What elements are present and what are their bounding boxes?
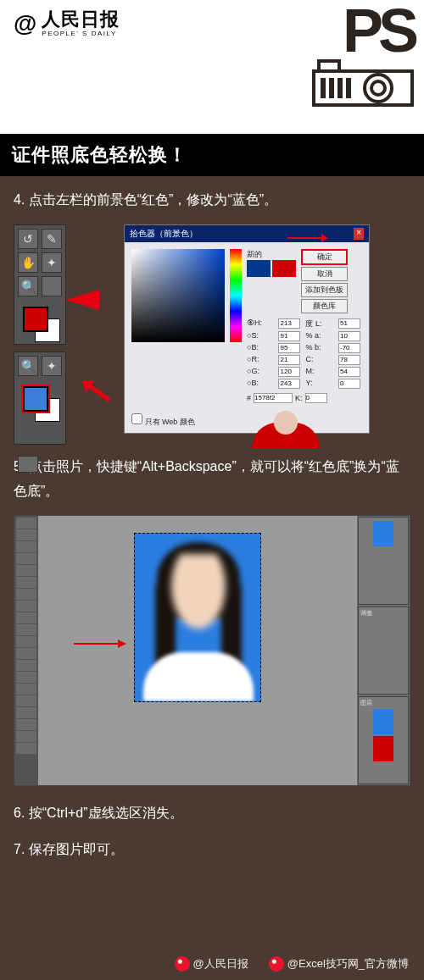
- tool-icon: ✋: [18, 252, 38, 273]
- val-bl: [278, 379, 300, 389]
- picker-title: 拾色器（前景色）: [130, 228, 198, 240]
- credit-text: @人民日报: [193, 956, 248, 972]
- val-c: [338, 355, 360, 365]
- id-photo-blue: [134, 533, 261, 702]
- tool-icon: [16, 612, 36, 623]
- tool-icon: [16, 636, 36, 647]
- tool-icon: [16, 518, 36, 529]
- ps-right-panels: 调整 图层: [357, 516, 410, 785]
- tool-icon: [16, 731, 36, 742]
- color-picker-dialog: 拾色器（前景色） × 新的: [124, 224, 370, 434]
- tool-icon: 🔍: [18, 356, 38, 376]
- red-arrow-icon: [287, 237, 321, 239]
- val-r: [278, 355, 300, 365]
- tool-icon: [16, 719, 36, 730]
- step-4-illustration: ↺ ✎ ✋ ✦ 🔍 🔍 ✦: [14, 224, 410, 445]
- tool-icon: [16, 553, 36, 564]
- title-bar: 证件照底色轻松换！: [0, 134, 424, 176]
- step-6-text: 6. 按“Ctrl+d”虚线选区消失。: [14, 801, 410, 826]
- color-lib-button: 颜色库: [301, 299, 348, 313]
- add-swatch-button: 添加到色板: [301, 283, 348, 297]
- quickmask-icon: [18, 456, 38, 473]
- web-only-label: 只有 Web 颜色: [145, 418, 195, 426]
- val-a: [338, 331, 360, 341]
- tool-icon: [16, 660, 36, 671]
- weibo-icon: [175, 956, 190, 972]
- val-m: [338, 367, 360, 377]
- val-g: [278, 367, 300, 377]
- ps-canvas: [38, 516, 357, 785]
- tool-icon: [16, 672, 36, 683]
- photo-shirt: [143, 652, 254, 701]
- web-only-checkbox: [131, 413, 142, 424]
- hex-input: [254, 393, 293, 403]
- svg-point-2: [365, 75, 392, 102]
- svg-rect-1: [319, 61, 339, 71]
- tool-icon: [16, 529, 36, 540]
- tool-icon: 🔍: [18, 276, 38, 296]
- brand-cn: 人民日报: [42, 10, 120, 29]
- svg-rect-4: [321, 78, 326, 98]
- footer: @人民日报 @Excel技巧网_官方微博: [0, 956, 424, 972]
- tool-icon: [16, 589, 36, 600]
- val-b2: [338, 343, 360, 353]
- weibo-credit-2: @Excel技巧网_官方微博: [269, 956, 409, 972]
- red-arrow-icon: [65, 290, 99, 310]
- tool-icon: ✦: [42, 252, 62, 273]
- photo-face: [162, 554, 235, 644]
- red-arrow-icon: [74, 643, 120, 645]
- val-s: [278, 331, 300, 341]
- header: @ 人民日报 PEOPLE' S DAILY PS: [0, 0, 424, 134]
- val-b: [278, 343, 300, 353]
- tool-icon: [16, 743, 36, 754]
- tool-icon: ✦: [42, 356, 62, 376]
- tool-icon: [16, 707, 36, 718]
- red-arrow-icon: [77, 374, 114, 407]
- camera-icon: [312, 59, 414, 107]
- panel-adjust: 调整: [358, 606, 409, 695]
- step-5-illustration: 调整 图层: [14, 515, 410, 786]
- credit-text: @Excel技巧网_官方微博: [287, 956, 409, 972]
- svg-rect-7: [346, 78, 351, 98]
- svg-point-3: [371, 81, 385, 95]
- thumb-icon: [373, 736, 393, 761]
- tool-icon: [16, 684, 36, 695]
- val-y: [338, 379, 360, 389]
- brand-text: 人民日报 PEOPLE' S DAILY: [42, 10, 120, 37]
- val-l: [338, 318, 360, 329]
- step-7-text: 7. 保存图片即可。: [14, 838, 410, 862]
- tool-icon: [16, 695, 36, 706]
- tool-icon: [16, 624, 36, 635]
- panel-layers: 图层: [358, 696, 409, 784]
- tool-icon: [42, 276, 62, 296]
- current-color-preview: [272, 260, 296, 277]
- ps-text: PS: [343, 7, 414, 56]
- foreground-swatch-blue: [23, 386, 48, 412]
- tool-icon: ✎: [42, 229, 62, 249]
- color-gradient: [131, 249, 225, 342]
- tool-icon: ↺: [18, 229, 38, 249]
- tool-icon: [16, 565, 36, 576]
- at-symbol: @: [14, 10, 36, 37]
- ps-left-toolbar: [14, 516, 38, 785]
- tool-icon: [16, 648, 36, 659]
- brand-en: PEOPLE' S DAILY: [42, 30, 120, 37]
- panel-nav: [358, 517, 409, 605]
- ps-graphic: PS: [312, 7, 414, 107]
- svg-rect-6: [338, 78, 343, 98]
- weibo-credit-1: @人民日报: [175, 956, 248, 972]
- val-k: [305, 393, 327, 403]
- svg-rect-5: [329, 78, 334, 98]
- thumb-icon: [373, 521, 393, 546]
- foreground-swatch-red: [23, 307, 48, 332]
- ok-button: 确定: [301, 249, 348, 265]
- tool-panels-column: ↺ ✎ ✋ ✦ 🔍 🔍 ✦: [14, 224, 66, 445]
- tool-icon: [16, 577, 36, 588]
- thumb-icon: [373, 709, 393, 734]
- step-5-text: 5. 点击照片，快捷键“Alt+Backspace”，就可以将“红色底”换为“蓝…: [14, 455, 410, 504]
- content: 4. 点击左栏的前景色“红色”，修改为“蓝色”。 ↺ ✎ ✋ ✦ 🔍: [0, 176, 424, 886]
- new-label: 新的: [247, 249, 296, 260]
- new-color-preview: [247, 260, 271, 277]
- close-icon: ×: [354, 228, 364, 240]
- val-h: [278, 318, 300, 329]
